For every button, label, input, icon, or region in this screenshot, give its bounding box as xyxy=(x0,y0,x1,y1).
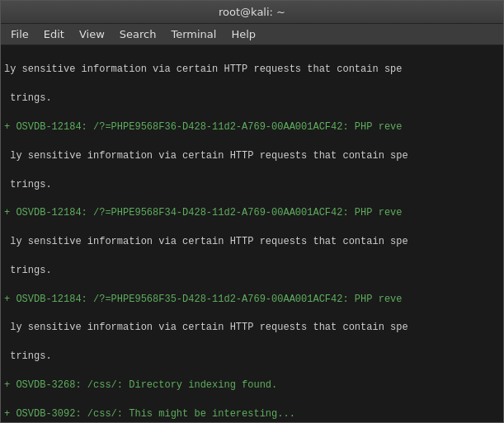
terminal-line: + OSVDB-12184: /?=PHPE9568F34-D428-11d2-… xyxy=(4,206,500,220)
terminal-line: trings. xyxy=(4,92,500,106)
terminal-line: + OSVDB-12184: /?=PHPE9568F36-D428-11d2-… xyxy=(4,120,500,134)
menu-terminal[interactable]: Terminal xyxy=(164,26,223,42)
menu-search[interactable]: Search xyxy=(113,26,163,42)
terminal-line: trings. xyxy=(4,264,500,278)
terminal-line: trings. xyxy=(4,350,500,364)
menu-view[interactable]: View xyxy=(73,26,111,42)
menu-help[interactable]: Help xyxy=(224,26,262,42)
terminal-line: ly sensitive information via certain HTT… xyxy=(4,321,500,335)
terminal-line: + OSVDB-12184: /?=PHPE9568F35-D428-11d2-… xyxy=(4,293,500,307)
terminal-line: + OSVDB-3268: /css/: Directory indexing … xyxy=(4,378,500,392)
terminal-line: ly sensitive information via certain HTT… xyxy=(4,149,500,163)
terminal-line: trings. xyxy=(4,178,500,192)
terminal-line: + OSVDB-3092: /css/: This might be inter… xyxy=(4,407,500,421)
menu-file[interactable]: File xyxy=(4,26,35,42)
window-title: root@kali: ~ xyxy=(219,6,285,18)
title-bar: root@kali: ~ xyxy=(1,1,503,24)
terminal-window: root@kali: ~ File Edit View Search Termi… xyxy=(0,0,504,423)
menu-bar: File Edit View Search Terminal Help xyxy=(1,24,503,45)
terminal-line: ly sensitive information via certain HTT… xyxy=(4,63,500,77)
menu-edit[interactable]: Edit xyxy=(37,26,71,42)
terminal-output[interactable]: ly sensitive information via certain HTT… xyxy=(1,45,503,422)
terminal-line: ly sensitive information via certain HTT… xyxy=(4,235,500,249)
